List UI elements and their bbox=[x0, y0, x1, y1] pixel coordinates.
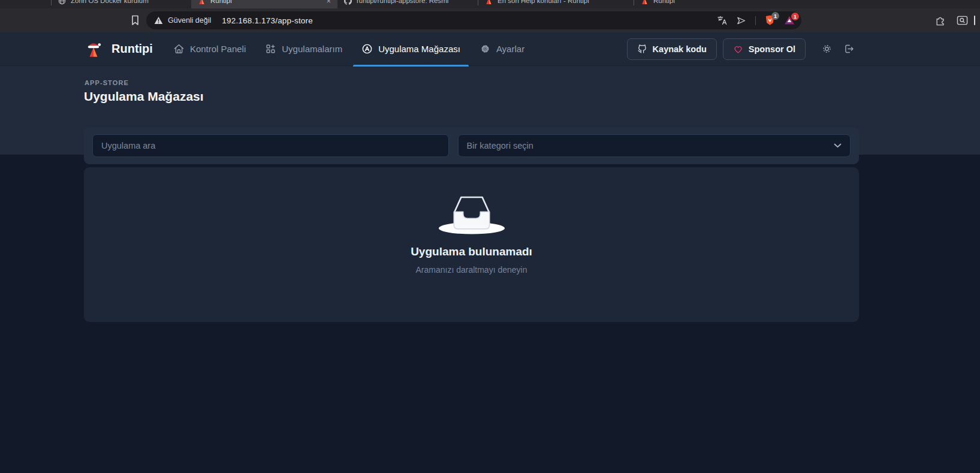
warning-icon bbox=[154, 16, 163, 25]
category-select-value: Bir kategori seçin bbox=[467, 141, 533, 150]
empty-state-title: Uygulama bulunamadı bbox=[411, 245, 532, 258]
tab-label: Runtipi bbox=[653, 0, 765, 4]
browser-tab[interactable]: runtipi/runtipi-appstore: Resmi bbox=[337, 0, 478, 8]
apps-icon bbox=[265, 43, 276, 55]
tab-label: runtipi/runtipi-appstore: Resmi bbox=[357, 0, 471, 4]
screen: r management Zorin OS Docker kurulum Run… bbox=[0, 0, 980, 473]
home-icon bbox=[173, 43, 185, 55]
search-input[interactable] bbox=[92, 134, 449, 157]
url-text: 192.168.1.173/app-store bbox=[222, 16, 313, 25]
browser-tab-active[interactable]: Runtipi × bbox=[191, 0, 337, 8]
toolbar-edge-divider bbox=[974, 16, 975, 25]
tab-label: Zorin OS Docker kurulum bbox=[71, 0, 185, 4]
nav-item-label: Uygulama Mağazası bbox=[378, 44, 460, 54]
brand-name[interactable]: Runtipi bbox=[111, 42, 153, 56]
source-code-label: Kaynak kodu bbox=[653, 44, 707, 54]
nav-item-label: Kontrol Paneli bbox=[190, 44, 246, 54]
sidebar-search-icon[interactable] bbox=[957, 15, 968, 26]
tab-strip: r management Zorin OS Docker kurulum Run… bbox=[0, 0, 980, 8]
runtipi-favicon-icon bbox=[641, 0, 649, 5]
app-store-empty-card: Uygulama bulunamadı Aramanızı daraltmayı… bbox=[84, 167, 859, 322]
extensions-icon[interactable] bbox=[935, 15, 946, 26]
browser-tab[interactable]: r management bbox=[0, 0, 51, 8]
nav-item-app-store[interactable]: Uygulama Mağazası bbox=[361, 32, 460, 66]
browser-tab[interactable]: En son Help konuları - Runtipi bbox=[478, 0, 634, 8]
empty-state-subtitle: Aramanızı daraltmayı deneyin bbox=[416, 265, 527, 275]
share-icon[interactable] bbox=[736, 16, 746, 25]
toolbar-divider bbox=[755, 16, 756, 25]
shield-badge: 1 bbox=[771, 12, 779, 20]
sponsor-button[interactable]: Sponsor Ol bbox=[723, 38, 806, 60]
sponsor-label: Sponsor Ol bbox=[749, 44, 795, 54]
globe-icon bbox=[58, 0, 66, 5]
security-label: Güvenli değil bbox=[168, 16, 211, 25]
browser-toolbar: Güvenli değil 192.168.1.173/app-store bbox=[0, 8, 980, 32]
github-icon bbox=[344, 0, 352, 5]
runtipi-app: Runtipi Kontrol Paneli Uygulamalarım bbox=[0, 32, 980, 473]
bookmark-icon[interactable] bbox=[131, 15, 140, 26]
category-select[interactable]: Bir kategori seçin bbox=[458, 134, 851, 157]
browser-tab[interactable]: Runtipi bbox=[634, 0, 772, 8]
filter-card: Bir kategori seçin bbox=[84, 127, 859, 164]
nav-item-label: Ayarlar bbox=[496, 44, 524, 54]
page-pretitle: APP-STORE bbox=[85, 79, 129, 86]
source-code-button[interactable]: Kaynak kodu bbox=[627, 38, 717, 60]
nav-item-settings[interactable]: Ayarlar bbox=[480, 32, 524, 66]
runtipi-favicon-icon bbox=[485, 0, 493, 5]
nav-item-my-apps[interactable]: Uygulamalarım bbox=[265, 32, 342, 66]
browser-tab[interactable]: Zorin OS Docker kurulum bbox=[52, 0, 191, 8]
nav-item-dashboard[interactable]: Kontrol Paneli bbox=[173, 32, 246, 66]
close-tab-icon[interactable]: × bbox=[326, 0, 331, 5]
settings-gear-icon bbox=[480, 43, 491, 55]
logout-icon[interactable] bbox=[843, 43, 855, 55]
navbar-actions: Kaynak kodu Sponsor Ol bbox=[621, 38, 855, 60]
tab-label: Runtipi bbox=[210, 0, 321, 4]
runtipi-logo-icon bbox=[85, 41, 102, 58]
chevron-down-icon bbox=[834, 143, 842, 148]
rewards-badge: 1 bbox=[791, 13, 799, 20]
nav-item-label: Uygulamalarım bbox=[282, 44, 342, 54]
address-bar[interactable]: Güvenli değil 192.168.1.173/app-store bbox=[146, 11, 801, 29]
translate-icon[interactable] bbox=[717, 16, 727, 25]
brave-shield-icon[interactable]: 1 bbox=[765, 15, 775, 26]
github-icon bbox=[637, 44, 647, 54]
tab-label: En son Help konuları - Runtipi bbox=[497, 0, 627, 4]
page-title: Uygulama Mağazası bbox=[84, 89, 204, 104]
tab-label: r management bbox=[0, 0, 44, 4]
empty-inbox-icon bbox=[432, 185, 511, 236]
app-store-icon bbox=[361, 43, 373, 55]
theme-toggle-sun-icon[interactable] bbox=[821, 43, 833, 55]
runtipi-favicon-icon bbox=[198, 0, 206, 5]
brave-rewards-icon[interactable]: 1 bbox=[784, 16, 795, 25]
heart-icon bbox=[733, 44, 743, 54]
navbar: Runtipi Kontrol Paneli Uygulamalarım bbox=[0, 32, 980, 66]
